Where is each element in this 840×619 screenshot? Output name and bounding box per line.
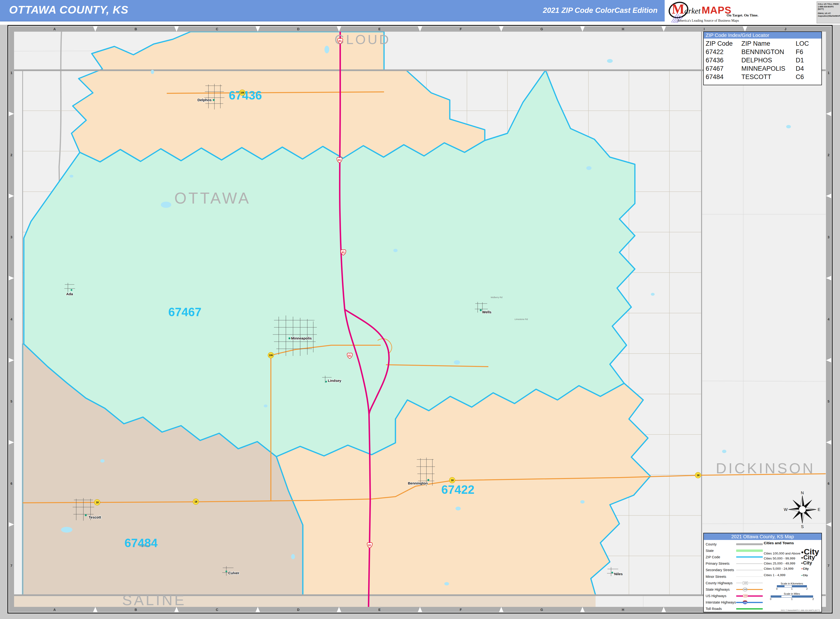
contact-line1: CALL US TOLL FREE! bbox=[818, 3, 839, 6]
state-shield-label: 18 bbox=[696, 474, 699, 477]
city-class-label: Cities 50,000 - 99,999 bbox=[764, 557, 801, 560]
grid-number: 3 bbox=[10, 235, 12, 239]
town-label-tescott: Tescott bbox=[88, 515, 101, 519]
grid-number: 1 bbox=[10, 71, 12, 75]
zip-col-header: LOC bbox=[796, 39, 819, 48]
legend-item-label: Interstate Highways bbox=[706, 600, 736, 604]
zip-row-code: 67467 bbox=[706, 64, 741, 73]
zip-col-header: ZIP Name bbox=[741, 39, 796, 48]
scale-tick: 2 bbox=[812, 598, 814, 600]
logo-m: M bbox=[672, 1, 684, 16]
us-shield-label: 81 bbox=[339, 39, 341, 42]
grid-number: 4 bbox=[828, 317, 830, 321]
scale-tick: 0 bbox=[776, 587, 777, 590]
grid-number: 5 bbox=[10, 399, 12, 403]
city-class-label: Cities 25,000 - 49,999 bbox=[764, 562, 801, 565]
us-shield-label: 81 bbox=[348, 354, 351, 357]
contact-line4: mapsales@MarketMAPS.com bbox=[818, 15, 839, 17]
legend-item-label: Secondary Streets bbox=[706, 568, 736, 572]
grid-letter: B bbox=[135, 27, 137, 31]
zip-row-code: 67422 bbox=[706, 48, 741, 56]
city-class-label: Cities 5,000 - 24,999 bbox=[764, 567, 801, 570]
edition-label: 2021 ZIP Code ColorCast Edition bbox=[543, 6, 657, 15]
grid-letter: G bbox=[541, 27, 543, 31]
legend-item-label: State bbox=[706, 549, 736, 553]
page-title: OTTAWA COUNTY, KS bbox=[9, 3, 129, 16]
logo-arket: arket bbox=[684, 7, 701, 15]
city-sample: City bbox=[803, 567, 809, 570]
city-class-label: Cities 1 - 4,999 bbox=[764, 573, 801, 577]
legend-panel: 2021 Ottawa County, KS Map County State … bbox=[703, 533, 822, 612]
county-map: CLOUD OTTAWA DICKINSON SALINE 67436 6746… bbox=[0, 0, 840, 619]
contact-box: CALL US TOLL FREE! 1-888-434-MAPS (6277)… bbox=[817, 1, 840, 23]
grid-letter: I bbox=[704, 27, 705, 31]
contact-line3: EMAIL US AT: bbox=[818, 12, 839, 15]
compass-s: S bbox=[801, 525, 804, 529]
scale-tick: 0 bbox=[770, 598, 771, 600]
zip-boundaries bbox=[22, 32, 650, 595]
town-label-minneapolis: Minneapolis bbox=[291, 336, 312, 340]
zip-row-loc: D4 bbox=[796, 64, 819, 73]
grid-letter: E bbox=[378, 27, 380, 31]
zip-row-name: MINNEAPOLIS bbox=[741, 64, 796, 73]
town-label-ada: Ada bbox=[66, 292, 73, 296]
state-shield-label: 18 bbox=[195, 500, 197, 503]
grid-number: 2 bbox=[828, 153, 830, 157]
compass-e: E bbox=[818, 507, 820, 512]
zip-index-table: ZIP Code ZIP Name LOC 67422 BENNINGTON F… bbox=[704, 39, 821, 82]
state-shield-label: 106 bbox=[240, 91, 244, 94]
grid-number: 5 bbox=[828, 399, 830, 403]
scale-label: Scale in Miles bbox=[764, 592, 820, 595]
scale-tick: 1 bbox=[791, 587, 793, 590]
cities-header: Cities and Towns bbox=[764, 541, 820, 547]
grid-letter: H bbox=[622, 608, 624, 612]
grid-number: 2 bbox=[10, 153, 12, 157]
town-label-bennington: Bennington bbox=[408, 481, 428, 485]
scale-tick: 2 bbox=[806, 587, 808, 590]
state-highway-shield-icon: 123 bbox=[743, 588, 747, 591]
grid-number: 1 bbox=[828, 71, 830, 75]
zip-label-67422: 67422 bbox=[441, 483, 474, 496]
state-shield-label: 106 bbox=[269, 354, 273, 357]
contact-line2: 1-888-434-MAPS (6277) bbox=[818, 6, 839, 10]
city-sample: City bbox=[803, 560, 812, 565]
zip-label-67484: 67484 bbox=[124, 537, 157, 550]
grid-letter: D bbox=[297, 608, 299, 612]
legend-item-label: County bbox=[706, 542, 736, 546]
town-label-delphos: Delphos bbox=[198, 98, 211, 102]
zip-col-header: ZIP Code bbox=[706, 39, 741, 48]
legend-title: 2021 Ottawa County, KS Map bbox=[704, 533, 821, 540]
grid-letter: J bbox=[785, 27, 786, 31]
scale-miles: Scale in Miles 0 1 2 bbox=[764, 592, 820, 600]
road-label-limestone: Limestone Rd bbox=[515, 318, 528, 320]
legend-item-label: State Highways bbox=[706, 588, 736, 591]
zip-row-name: DELPHOS bbox=[741, 56, 796, 64]
fine-print: 2021 © MarketMAPS 1-888-434-MAPS (6277) bbox=[781, 609, 820, 612]
grid-number: 7 bbox=[828, 564, 830, 568]
town-label-culver: Culver bbox=[228, 571, 240, 575]
grid-letter: C bbox=[216, 27, 218, 31]
state-shield-label: 18 bbox=[451, 479, 454, 481]
legend-item-label: US Highways bbox=[706, 594, 736, 598]
grid-number: 7 bbox=[10, 564, 12, 568]
town-label-wells: Wells bbox=[482, 310, 491, 314]
zip-index-panel: ZIP Code Index/Grid Locator ZIP Code ZIP… bbox=[703, 31, 822, 85]
road-label-mulberry: Mulberry Rd bbox=[491, 296, 502, 299]
grid-letter: G bbox=[541, 608, 543, 612]
grid-letter: C bbox=[216, 608, 218, 612]
zip-row-loc: F6 bbox=[796, 48, 819, 56]
grid-letter: F bbox=[460, 608, 462, 612]
city-class-label: Cities 100,000 and Above bbox=[764, 552, 801, 555]
city-sample: City bbox=[803, 554, 815, 561]
county-label-ottawa: OTTAWA bbox=[174, 189, 251, 207]
legend-item-label: Primary Streets bbox=[706, 562, 736, 565]
grid-number: 4 bbox=[10, 317, 12, 321]
zip-row-loc: C6 bbox=[796, 73, 819, 81]
legend-item-label: Toll Roads bbox=[706, 607, 736, 611]
grid-letter: A bbox=[53, 27, 56, 31]
grid-letter: E bbox=[378, 608, 380, 612]
grid-letter: A bbox=[53, 608, 56, 612]
scale-kilometers: Scale in Kilometers 0 1 2 bbox=[764, 582, 820, 590]
county-highway-shield-icon: 123 bbox=[743, 582, 748, 585]
grid-number: 6 bbox=[828, 481, 830, 486]
